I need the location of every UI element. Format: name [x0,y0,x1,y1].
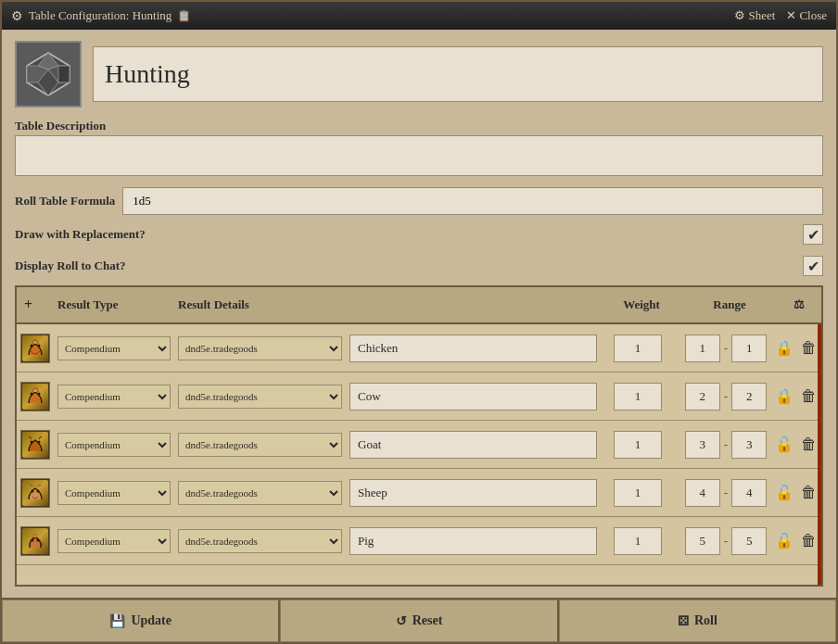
draw-replacement-row: Draw with Replacement? ✔ [15,222,823,246]
text-input-3[interactable] [349,431,597,459]
delete-button-2[interactable]: 🗑 [799,385,819,408]
range-cell-5: - [675,527,777,555]
table-row: Compendium Text Document dnd5e.tradegood… [17,324,818,373]
balance-header: ⚖ [781,297,818,312]
result-type-header: Result Type [54,297,174,312]
delete-button-5[interactable]: 🗑 [799,530,819,552]
range-to-2[interactable] [731,383,767,410]
text-input-5[interactable] [349,527,597,555]
range-to-5[interactable] [731,527,767,555]
range-from-5[interactable] [685,527,720,555]
gear-icon: ⚙ [734,8,745,23]
delete-button-3[interactable]: 🗑 [799,434,819,456]
result-type-select-2[interactable]: Compendium Text Document [57,385,171,409]
result-type-select-3[interactable]: Compendium Text Document [57,433,171,457]
close-x-icon: ✕ [786,8,796,23]
range-sep-5: - [724,534,728,549]
table-row: Compendium Text Document dnd5e.tradegood… [17,421,818,469]
row-icon-inner-4 [22,480,48,506]
actions-cell-3: 🔓 🗑 [777,434,814,456]
result-details-select-2[interactable]: dnd5e.tradegoods [178,385,342,409]
svg-point-6 [31,344,33,347]
actions-cell-4: 🔓 🗑 [777,482,814,504]
table-title-input[interactable] [93,46,823,102]
result-details-select-4[interactable]: dnd5e.tradegoods [178,481,342,505]
table-header: + Result Type Result Details Weight Rang… [17,287,821,324]
range-from-3[interactable] [685,431,720,459]
result-details-select-1[interactable]: dnd5e.tradegoods [178,336,342,360]
range-sep-2: - [724,389,728,404]
lock-button-4[interactable]: 🔓 [773,482,795,503]
text-cell-2 [346,383,601,410]
result-details-header: Result Details [174,297,346,312]
table-row: Compendium Text Document dnd5e.tradegood… [17,517,818,565]
titlebar-left: ⚙ Table Configuration: Hunting 📋 [11,8,191,24]
result-type-select-5[interactable]: Compendium Text Document [57,529,171,553]
delete-button-1[interactable]: 🗑 [799,337,819,360]
row-icon-inner-5 [22,528,48,554]
weight-input-3[interactable] [614,431,662,459]
result-type-select-1[interactable]: Compendium Text Document [57,336,171,360]
lock-button-3[interactable]: 🔓 [773,434,795,455]
reset-icon: ↺ [396,613,407,629]
range-cell-3: - [675,431,777,459]
display-roll-checkbox[interactable]: ✔ [803,256,823,276]
range-to-1[interactable] [731,335,767,362]
draw-replacement-checkbox[interactable]: ✔ [803,224,823,245]
table-row: Compendium Text Document dnd5e.tradegood… [17,373,818,421]
weight-input-2[interactable] [614,383,662,410]
result-details-cell-1: dnd5e.tradegoods [174,336,346,360]
weight-input-1[interactable] [614,335,662,362]
weight-input-4[interactable] [614,479,662,507]
description-input[interactable] [15,135,823,176]
result-type-cell-1: Compendium Text Document [54,336,174,360]
sheet-button[interactable]: ⚙ Sheet [734,8,775,23]
formula-input[interactable] [122,187,823,215]
text-input-4[interactable] [349,479,597,507]
formula-label: Roll Table Formula [15,194,115,208]
result-details-select-3[interactable]: dnd5e.tradegoods [178,433,342,457]
svg-point-15 [37,538,40,541]
svg-point-8 [31,392,33,395]
text-cell-4 [346,479,601,507]
range-cell-1: - [675,335,777,362]
add-result-header[interactable]: + [20,297,54,313]
titlebar: ⚙ Table Configuration: Hunting 📋 ⚙ Sheet… [2,2,836,30]
range-from-2[interactable] [685,383,720,410]
text-cell-1 [346,335,601,362]
weight-cell-2 [601,383,675,410]
result-details-cell-5: dnd5e.tradegoods [174,529,346,553]
result-details-select-5[interactable]: dnd5e.tradegoods [178,529,342,553]
window-title: Table Configuration: Hunting [29,8,171,23]
range-header: Range [679,297,781,312]
close-button[interactable]: ✕ Close [786,8,827,23]
range-to-3[interactable] [731,431,767,459]
add-icon: + [24,297,32,313]
result-type-cell-3: Compendium Text Document [54,433,174,457]
svg-point-9 [38,392,41,395]
text-input-1[interactable] [349,335,597,362]
svg-point-11 [38,440,41,443]
lock-button-1[interactable]: 🔒 [773,337,795,359]
lock-button-2[interactable]: 🔒 [773,385,795,407]
table-body: Compendium Text Document dnd5e.tradegood… [17,324,821,585]
svg-point-7 [38,344,41,347]
svg-point-13 [37,489,40,492]
text-cell-5 [346,527,601,555]
results-table: + Result Type Result Details Weight Rang… [15,285,823,587]
range-from-1[interactable] [685,335,720,362]
save-icon: 💾 [109,613,125,629]
result-type-select-4[interactable]: Compendium Text Document [57,481,171,505]
delete-button-4[interactable]: 🗑 [799,482,819,504]
text-input-2[interactable] [349,383,597,410]
lock-button-5[interactable]: 🔓 [773,530,795,551]
update-button[interactable]: 💾 Update [2,600,280,642]
footer: 💾 Update ↺ Reset ⚄ Roll [2,598,836,642]
reset-button[interactable]: ↺ Reset [280,600,558,642]
range-to-4[interactable] [731,479,767,507]
range-from-4[interactable] [685,479,720,507]
row-icon-5 [20,526,50,556]
roll-button[interactable]: ⚄ Roll [559,600,836,642]
balance-icon: ⚖ [794,297,805,311]
weight-input-5[interactable] [614,527,662,555]
